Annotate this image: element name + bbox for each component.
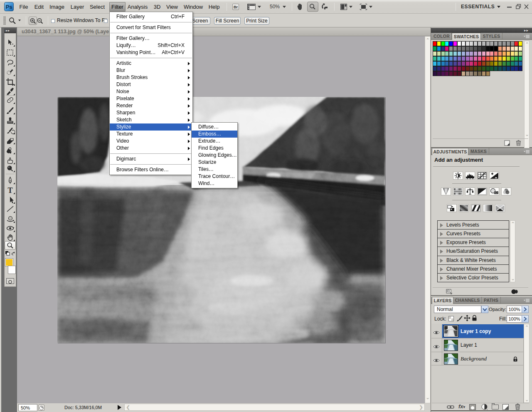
svg-text:T: T [7,186,12,195]
